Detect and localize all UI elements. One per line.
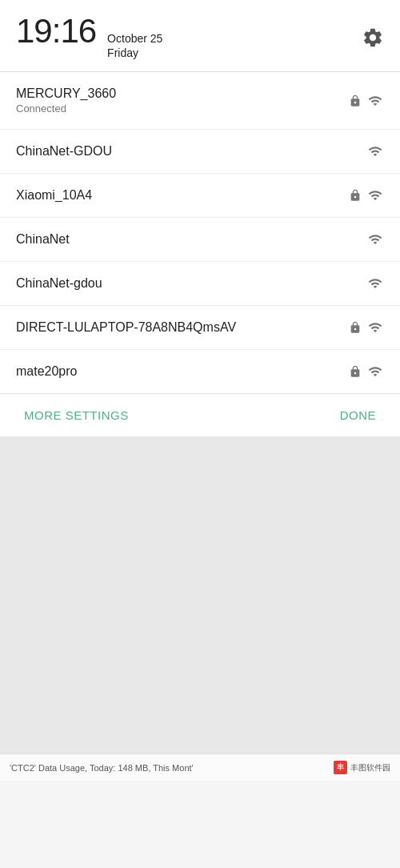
bottom-buttons: MORE SETTINGS DONE bbox=[0, 393, 400, 436]
wifi-icon bbox=[366, 144, 384, 159]
network-item-left: ChinaNet-GDOU bbox=[16, 144, 112, 159]
wifi-panel: 19:16 October 25 Friday MERCURY_3660 Con… bbox=[0, 0, 400, 781]
day-line: Friday bbox=[107, 46, 162, 60]
network-item[interactable]: Xiaomi_10A4 bbox=[0, 174, 400, 218]
bottom-status-bar: 'CTC2' Data Usage, Today: 148 MB, This M… bbox=[0, 753, 400, 781]
network-name: ChinaNet bbox=[16, 232, 70, 247]
network-status: Connected bbox=[16, 102, 116, 115]
settings-icon[interactable] bbox=[362, 26, 384, 49]
network-item-left: ChinaNet-gdou bbox=[16, 276, 102, 291]
watermark-label: 丰 bbox=[334, 761, 347, 774]
network-item[interactable]: MERCURY_3660 Connected bbox=[0, 72, 400, 130]
wifi-icon bbox=[366, 320, 384, 335]
network-name: ChinaNet-GDOU bbox=[16, 144, 112, 159]
header-left: 19:16 October 25 Friday bbox=[16, 14, 162, 60]
network-name: DIRECT-LULAPTOP-78A8NB4QmsAV bbox=[16, 320, 236, 335]
wifi-icon bbox=[366, 232, 384, 247]
network-item-left: mate20pro bbox=[16, 364, 78, 379]
network-item-left: Xiaomi_10A4 bbox=[16, 188, 92, 203]
network-icons bbox=[366, 232, 384, 247]
wifi-icon bbox=[366, 364, 384, 379]
network-item[interactable]: DIRECT-LULAPTOP-78A8NB4QmsAV bbox=[0, 306, 400, 350]
more-settings-button[interactable]: MORE SETTINGS bbox=[24, 408, 129, 422]
lock-icon bbox=[349, 94, 362, 108]
network-item-left: MERCURY_3660 Connected bbox=[16, 86, 116, 115]
network-name: ChinaNet-gdou bbox=[16, 276, 102, 291]
network-icons bbox=[349, 188, 384, 203]
done-button[interactable]: DONE bbox=[340, 408, 376, 422]
network-name: MERCURY_3660 bbox=[16, 86, 116, 101]
network-list: MERCURY_3660 Connected ChinaNet-GDOU bbox=[0, 72, 400, 393]
watermark: 丰 丰图软件园 bbox=[334, 761, 390, 774]
network-item[interactable]: mate20pro bbox=[0, 350, 400, 393]
date-line: October 25 bbox=[107, 31, 162, 46]
gray-area: 'CTC2' Data Usage, Today: 148 MB, This M… bbox=[0, 436, 400, 781]
network-icons bbox=[366, 144, 384, 159]
network-item[interactable]: ChinaNet-gdou bbox=[0, 262, 400, 306]
date-info: October 25 Friday bbox=[107, 31, 162, 60]
network-item-left: ChinaNet bbox=[16, 232, 70, 247]
network-item[interactable]: ChinaNet bbox=[0, 218, 400, 262]
lock-icon bbox=[349, 364, 362, 379]
wifi-icon bbox=[366, 276, 384, 291]
network-name: mate20pro bbox=[16, 364, 78, 379]
clock-time: 19:16 bbox=[16, 14, 96, 48]
network-icons bbox=[349, 364, 384, 379]
network-icons bbox=[349, 320, 384, 335]
network-icons bbox=[366, 276, 384, 291]
network-item-left: DIRECT-LULAPTOP-78A8NB4QmsAV bbox=[16, 320, 236, 335]
data-usage-text: 'CTC2' Data Usage, Today: 148 MB, This M… bbox=[10, 763, 194, 773]
network-name: Xiaomi_10A4 bbox=[16, 188, 92, 203]
lock-icon bbox=[349, 320, 362, 335]
header: 19:16 October 25 Friday bbox=[0, 0, 400, 71]
network-icons bbox=[349, 94, 384, 108]
lock-icon bbox=[349, 188, 362, 203]
network-item[interactable]: ChinaNet-GDOU bbox=[0, 130, 400, 174]
wifi-icon bbox=[366, 188, 384, 203]
wifi-icon bbox=[366, 94, 384, 108]
watermark-site: 丰图软件园 bbox=[350, 762, 390, 774]
